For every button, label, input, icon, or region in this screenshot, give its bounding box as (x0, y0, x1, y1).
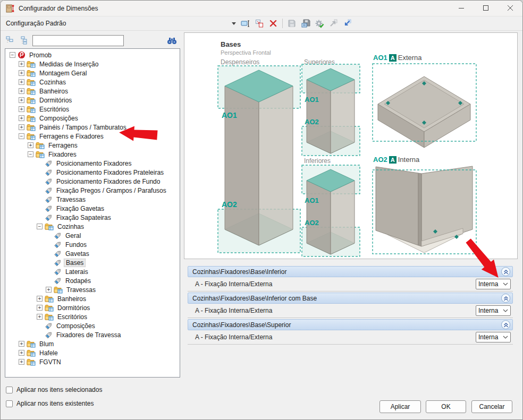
section-header[interactable]: Cozinhas\Fixadores\Base\Inferior com Bas… (188, 293, 513, 304)
tree-item-label: Composições (55, 322, 97, 330)
ao2-marker: AO2 (305, 118, 319, 126)
tree-item[interactable]: +Travessas (5, 285, 180, 294)
collapse-section-button[interactable] (501, 294, 510, 303)
tree-item[interactable]: Fixação Gavetas (5, 204, 180, 213)
tree-item[interactable]: +Dormitórios (5, 303, 180, 312)
parameter-row: A - Fixação Interna/Externa Interna (188, 277, 513, 292)
tree-expander-plus-icon[interactable]: + (19, 70, 24, 76)
tree-expander-plus-icon[interactable]: + (19, 61, 24, 67)
search-binoculars-icon[interactable] (166, 35, 177, 46)
new-config-icon[interactable] (252, 18, 266, 29)
tree-expander-minus-icon[interactable]: − (10, 52, 15, 58)
rename-config-icon[interactable] (239, 18, 252, 29)
apply-selected-option[interactable]: Aplicar nos itens selecionados (6, 383, 181, 397)
tree-expander-plus-icon[interactable]: + (37, 305, 43, 311)
tree-expander-plus-icon[interactable]: + (37, 314, 43, 320)
tree-item[interactable]: Posicionamento Fixadores Prateleiras (5, 168, 180, 177)
tree-item[interactable]: −Fixadores (5, 150, 180, 159)
section-header[interactable]: Cozinhas\Fixadores\Base\Inferior (188, 266, 513, 277)
tree-item[interactable]: Posicionamento Fixadores (5, 159, 180, 168)
toolbar-separator (282, 19, 283, 28)
tree-expander-plus-icon[interactable]: + (19, 359, 24, 365)
tree-item[interactable]: +Painéis / Tampos / Tamburatos (5, 123, 180, 132)
section-header[interactable]: Cozinhas\Fixadores\Base\Superior (188, 319, 513, 330)
fixation-select[interactable]: Interna (476, 279, 511, 289)
ok-button[interactable]: OK (426, 400, 466, 413)
tree-item[interactable]: +Ferragens (5, 141, 180, 150)
fixation-select[interactable]: Interna (476, 305, 511, 316)
tree-search-input[interactable] (32, 35, 124, 46)
apply-selected-checkbox[interactable] (6, 387, 13, 393)
expand-all-icon[interactable] (19, 35, 29, 46)
tree-item[interactable]: +Cozinhas (5, 78, 180, 87)
config-name-combo[interactable]: Configuração Padrão (1, 20, 229, 27)
tree-expander-minus-icon[interactable]: − (28, 151, 33, 157)
fixation-select[interactable]: Interna (476, 332, 511, 342)
tree-expander-plus-icon[interactable]: + (19, 79, 24, 85)
tree-item[interactable]: Posicionamento Fixadores de Fundo (5, 177, 180, 186)
tree-item[interactable]: +Dormitórios (5, 96, 180, 105)
tree-item-label: Medidas de Inserção (38, 61, 100, 68)
tree-expander-plus-icon[interactable]: + (19, 124, 24, 130)
tree-item-label: Travessas (55, 196, 87, 203)
tree-expander-plus-icon[interactable]: + (37, 296, 43, 302)
cancel-button[interactable]: Cancelar (471, 400, 512, 413)
tree-item[interactable]: Geral (5, 231, 180, 240)
tag-icon (54, 232, 62, 239)
tree-item[interactable]: +Montagem Geral (5, 68, 180, 78)
tree-expander-plus-icon[interactable]: + (19, 115, 24, 121)
minimize-button[interactable] (449, 1, 474, 16)
save-as-icon[interactable] (299, 18, 313, 29)
apply-existing-checkbox[interactable] (6, 400, 13, 407)
tree-item[interactable]: −Ferragens e Fixadores (5, 132, 180, 141)
tree-item[interactable]: Composições (5, 321, 180, 330)
apply-existing-option[interactable]: Aplicar nos itens existentes (6, 397, 181, 410)
tree-expander-plus-icon[interactable]: + (19, 341, 24, 347)
tree-item-label: Fixadores (47, 151, 78, 158)
tree-expander-plus-icon[interactable]: + (19, 97, 24, 103)
tree-expander-minus-icon[interactable]: − (37, 224, 43, 229)
tree-expander-plus-icon[interactable]: + (46, 287, 52, 293)
tree-item[interactable]: Bases (5, 258, 180, 267)
tree-item[interactable]: +Banheiros (5, 294, 180, 303)
tree-item[interactable]: Rodapés (5, 276, 180, 285)
tree-item[interactable]: +Composições (5, 114, 180, 123)
tree-item[interactable]: Fixação Pregos / Grampos / Parafusos (5, 186, 180, 195)
tag-icon (45, 160, 53, 167)
collapse-section-button[interactable] (501, 320, 510, 329)
import-config-icon[interactable] (340, 18, 354, 29)
delete-config-icon[interactable] (266, 18, 280, 29)
chevron-down-icon (503, 336, 508, 339)
tree-item[interactable]: +Medidas de Inserção (5, 59, 180, 68)
tree-expander-minus-icon[interactable]: − (19, 133, 24, 139)
collapse-all-icon[interactable] (5, 35, 15, 46)
tree-item[interactable]: +FGVTN (5, 357, 180, 366)
fixation-select-value: Interna (478, 333, 498, 341)
tree-item-label: Painéis / Tampos / Tamburatos (38, 124, 128, 131)
tree-item[interactable]: +Banheiros (5, 87, 180, 96)
tree-item[interactable]: +Escritórios (5, 105, 180, 114)
tree-expander-plus-icon[interactable]: + (19, 350, 24, 356)
tree-item[interactable]: −Cozinhas (5, 222, 180, 231)
tree-expander-plus-icon[interactable]: + (28, 142, 33, 148)
tree-item[interactable]: −Promob (5, 50, 180, 59)
combo-dropdown-icon[interactable] (229, 22, 239, 25)
maximize-button[interactable] (474, 1, 498, 16)
tree-item[interactable]: Laterais (5, 267, 180, 276)
tree: −Promob+Medidas de Inserção+Montagem Ger… (5, 48, 180, 378)
tree-item[interactable]: Fundos (5, 240, 180, 249)
tag-icon (54, 241, 62, 248)
tree-item[interactable]: Travessas (5, 195, 180, 204)
collapse-section-button[interactable] (501, 267, 510, 276)
apply-settings-icon[interactable] (313, 18, 326, 29)
tree-item[interactable]: +Escritórios (5, 312, 180, 321)
tree-item[interactable]: Fixadores de Travessa (5, 330, 180, 339)
apply-button[interactable]: Aplicar (379, 400, 421, 413)
tree-item[interactable]: +Blum (5, 339, 180, 348)
tree-item[interactable]: Fixação Sapateiras (5, 213, 180, 222)
tree-item[interactable]: Gavetas (5, 249, 180, 258)
tree-item[interactable]: +Hafele (5, 348, 180, 357)
close-button[interactable] (498, 1, 522, 16)
tree-expander-plus-icon[interactable]: + (19, 106, 24, 112)
tree-expander-plus-icon[interactable]: + (19, 88, 24, 94)
